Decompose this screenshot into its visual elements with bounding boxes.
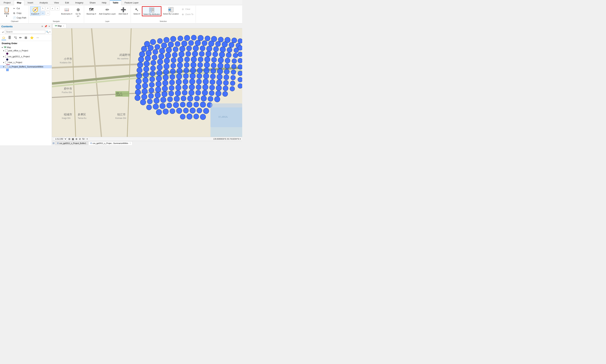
- zoomto-button[interactable]: ⊕ Zoom To: [180, 12, 194, 17]
- svg-point-124: [218, 63, 223, 68]
- select-by-location-button[interactable]: Select By Location: [162, 6, 180, 15]
- grid-tool-button[interactable]: ⊞: [24, 35, 28, 40]
- search-icon[interactable]: 🔍: [46, 31, 49, 33]
- svg-point-172: [135, 90, 141, 95]
- tab-help[interactable]: Help: [99, 0, 109, 5]
- clear-button[interactable]: ⊘ Clear: [180, 7, 194, 12]
- tab-project[interactable]: Project: [1, 0, 13, 5]
- buffer-checkbox[interactable]: ✓: [5, 65, 8, 68]
- tab-edit[interactable]: Edit: [62, 0, 72, 5]
- svg-point-59: [188, 40, 193, 46]
- cvs-checkbox[interactable]: [5, 55, 8, 58]
- selectbyattr-label: Select By Attributes: [143, 13, 160, 15]
- nav-forward-button[interactable]: →: [46, 11, 50, 15]
- expand-nw-button[interactable]: ↖: [41, 6, 45, 10]
- tab-feature-layer[interactable]: Feature Layer: [122, 0, 142, 5]
- svg-point-114: [150, 66, 155, 71]
- tab-insert[interactable]: Insert: [25, 0, 36, 5]
- filter-icon[interactable]: ⊿: [1, 30, 4, 34]
- svg-point-115: [157, 65, 162, 70]
- layer-group-label: Layer: [105, 20, 110, 22]
- bottom-tab-2-close-icon[interactable]: ×: [129, 142, 131, 144]
- expand-se-button[interactable]: ↘: [55, 6, 60, 10]
- search-dropdown-arrow[interactable]: ▾: [50, 31, 50, 33]
- expand-sw-button[interactable]: ↙: [51, 6, 55, 10]
- nav-back-button[interactable]: ←: [41, 11, 45, 15]
- svg-point-144: [150, 77, 155, 82]
- svg-point-214: [153, 104, 158, 109]
- select-button[interactable]: ↖ Select ▾: [132, 6, 142, 16]
- map-tool-icon-4[interactable]: ⊘: [79, 138, 81, 140]
- svg-marker-8: [149, 7, 151, 13]
- paste-button[interactable]: 📋 Paste ▾: [2, 6, 11, 20]
- collapse-icon[interactable]: ≡: [41, 25, 43, 28]
- cylinder-tool-button[interactable]: 🗄: [7, 36, 12, 40]
- svg-point-134: [184, 68, 189, 73]
- tree-item-post-office[interactable]: ▼ post_office_s_Project: [0, 49, 52, 52]
- addgraphics-button[interactable]: ✏ Add Graphics Layer: [98, 6, 117, 15]
- clipboard-buttons: 📋 Paste ▾ ✂ Cut ⧉ Copy: [2, 6, 27, 20]
- tree-item-buffer[interactable]: ▼ ✓ _s_Project_Buffer1_SummarizeWithin: [0, 65, 52, 68]
- scale-select[interactable]: 1:212,350: [53, 137, 67, 141]
- svg-point-130: [156, 70, 162, 76]
- tab-share[interactable]: Share: [87, 0, 99, 5]
- map-tool-icon-3[interactable]: ⊕: [76, 138, 77, 140]
- star-tool-button[interactable]: ⭐: [29, 35, 35, 40]
- svg-text:Fuchu-Shi: Fuchu-Shi: [62, 91, 72, 94]
- map-tab-close-icon[interactable]: ×: [63, 25, 64, 27]
- close-panel-icon[interactable]: ×: [48, 25, 50, 28]
- svg-point-241: [238, 84, 242, 88]
- list-tool-button[interactable]: 🗂: [1, 35, 6, 40]
- tab-imagery[interactable]: Imagery: [72, 0, 86, 5]
- post-checkbox[interactable]: [5, 50, 8, 52]
- map-tab[interactable]: 🗺 Map ×: [52, 24, 66, 28]
- pencil-tool-button[interactable]: ✏: [18, 35, 23, 40]
- table-icon-left: ⊟: [52, 142, 54, 144]
- tab-view[interactable]: View: [51, 0, 62, 5]
- svg-point-53: [148, 45, 154, 51]
- svg-point-183: [209, 85, 215, 90]
- svg-rect-242: [210, 104, 242, 127]
- filter-tool-button[interactable]: ◹: [13, 35, 17, 40]
- search-input[interactable]: [5, 30, 45, 34]
- svg-point-209: [194, 96, 200, 101]
- cut-button[interactable]: ✂ Cut: [12, 6, 27, 11]
- tree-item-map[interactable]: ▼ 🗺 Map: [0, 46, 52, 49]
- svg-point-61: [202, 41, 207, 46]
- adddata-button[interactable]: ➕ Add Data ▾: [117, 6, 129, 16]
- map-tool-icon-2[interactable]: ▦: [72, 138, 74, 140]
- bookmarks-button[interactable]: 📖 Bookmarks ▾: [60, 6, 73, 16]
- explore-button[interactable]: 🧭 Explore ▾: [30, 6, 40, 16]
- copypath-button[interactable]: 📄 Copy Path: [12, 15, 27, 20]
- copy-button[interactable]: ⧉ Copy: [12, 11, 27, 15]
- pin-icon[interactable]: 📌: [44, 25, 48, 28]
- basemap-button[interactable]: 🗺 Basemap ▾: [85, 6, 98, 16]
- svg-point-39: [157, 39, 163, 44]
- goto-xy-button[interactable]: ⊕ Go To XY: [74, 6, 82, 18]
- tree-item-river[interactable]: ▼ river_s_Project: [0, 61, 52, 64]
- bottom-tab-summarize[interactable]: ⊟ cvs_jgd2011_s_Projec...SummarizeWithin…: [88, 141, 132, 145]
- select-by-attributes-button[interactable]: Select By Attributes: [142, 6, 161, 16]
- tree-item-cvs[interactable]: ▼ cvs_jgd2011_s_Project: [0, 55, 52, 58]
- tree-item-river-line: [0, 64, 52, 65]
- svg-text:府中市: 府中市: [64, 87, 72, 90]
- tab-analysis[interactable]: Analysis: [37, 0, 51, 5]
- map-canvas[interactable]: 小平市 Kodaira-Shi 武蔵野市 Mu sashino 府中市 Fuch…: [52, 28, 242, 137]
- more-tool-button[interactable]: ···: [36, 36, 40, 40]
- svg-point-73: [180, 46, 185, 52]
- bottom-tab-buffer1[interactable]: ⊟ cvs_jgd2011_s_Project_Buffer1: [55, 141, 88, 145]
- svg-point-88: [179, 52, 184, 57]
- tab-table[interactable]: Table: [110, 0, 121, 5]
- coordinates-dropdown[interactable]: ▾: [240, 138, 241, 140]
- status-dropdown-arrow[interactable]: ▾: [87, 138, 88, 140]
- copypath-label: Copy Path: [17, 17, 26, 19]
- svg-text:Tama-Ku: Tama-Ku: [78, 117, 86, 119]
- expand-ne-button[interactable]: ↗: [46, 6, 50, 10]
- map-tool-icon-1[interactable]: ⊞: [68, 138, 70, 140]
- svg-point-224: [163, 109, 168, 114]
- river-checkbox[interactable]: [5, 61, 8, 64]
- svg-point-149: [183, 74, 189, 79]
- tab-map[interactable]: Map: [14, 0, 24, 5]
- svg-point-46: [205, 36, 210, 41]
- navigate-group: 🧭 Explore ▾ ↖ ↗ ↙ ↘ ←: [29, 6, 84, 23]
